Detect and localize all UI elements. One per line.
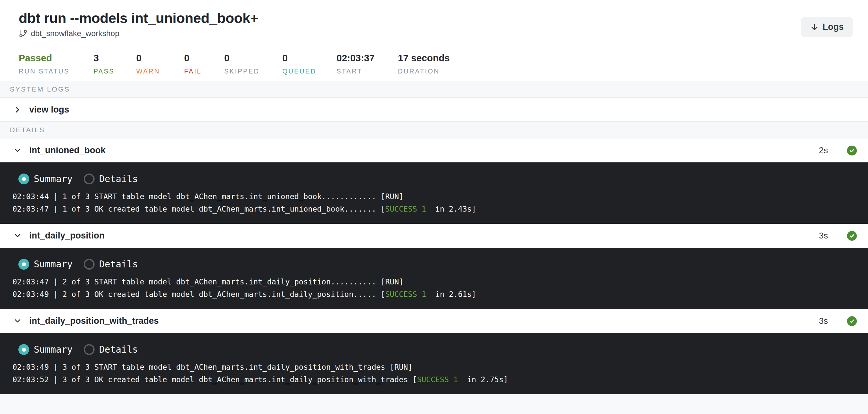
stat-column: 0 QUEUED [282, 53, 337, 75]
git-branch-icon [19, 29, 28, 38]
log-view-toggle: Summary Details [19, 259, 858, 270]
model-row[interactable]: int_unioned_book 2s [0, 138, 868, 162]
model-block: int_unioned_book 2s Summary Details 02:0… [0, 138, 868, 224]
log-line: 02:03:47 | 1 of 3 OK created table model… [12, 203, 858, 215]
chevron-down-icon[interactable] [13, 231, 22, 240]
details-radio[interactable] [84, 259, 95, 270]
model-name: int_unioned_book [29, 145, 106, 156]
chevron-right-icon [13, 105, 22, 114]
stat-value: 02:03:37 [337, 53, 398, 64]
run-page: dbt run --models int_unioned_book+ dbt_s… [0, 0, 868, 414]
log-line: 02:03:47 | 2 of 3 START table model dbt_… [12, 276, 858, 288]
log-line: 02:03:52 | 3 of 3 OK created table model… [12, 373, 858, 386]
model-duration: 3s [819, 316, 828, 326]
tab-details-label[interactable]: Details [99, 259, 138, 270]
model-block: int_daily_position 3s Summary Details 02… [0, 224, 868, 309]
success-check-icon [847, 146, 857, 156]
stat-column: 0 WARN [136, 53, 184, 75]
stat-column: 17 seconds DURATION [398, 53, 450, 75]
logs-button-label: Logs [823, 22, 844, 32]
section-header-label: SYSTEM LOGS [10, 85, 70, 93]
log-view-toggle: Summary Details [19, 174, 858, 184]
stat-label: QUEUED [282, 68, 337, 75]
tab-details-label[interactable]: Details [99, 174, 138, 184]
stat-value: 0 [184, 53, 224, 64]
details-radio[interactable] [84, 344, 95, 355]
log-line: 02:03:49 | 3 of 3 START table model dbt_… [12, 361, 858, 373]
stat-column: 3 PASS [94, 53, 136, 75]
section-header-details: DETAILS [0, 122, 868, 138]
model-log-panel: Summary Details 02:03:44 | 1 of 3 START … [0, 162, 868, 224]
stat-label: START [337, 68, 398, 75]
tab-summary-label[interactable]: Summary [34, 174, 72, 184]
download-arrow-icon [810, 23, 819, 32]
log-lines: 02:03:47 | 2 of 3 START table model dbt_… [12, 276, 858, 301]
project-subtitle: dbt_snowflake_workshop [19, 29, 258, 38]
model-row[interactable]: int_daily_position 3s [0, 224, 868, 248]
run-header: dbt run --models int_unioned_book+ dbt_s… [0, 0, 868, 38]
view-logs-row[interactable]: view logs [0, 98, 868, 122]
section-header-label: DETAILS [10, 126, 45, 134]
stat-value: 17 seconds [398, 53, 450, 64]
tab-details-label[interactable]: Details [99, 344, 138, 355]
log-lines: 02:03:49 | 3 of 3 START table model dbt_… [12, 361, 858, 386]
success-check-icon [847, 231, 857, 241]
model-name: int_daily_position_with_trades [29, 316, 159, 326]
stat-value: 0 [224, 53, 282, 64]
details-radio[interactable] [84, 174, 95, 184]
log-view-toggle: Summary Details [19, 344, 858, 355]
stat-value: 0 [282, 53, 337, 64]
summary-radio[interactable] [19, 259, 29, 270]
stat-value: Passed [19, 53, 94, 64]
stat-column: 0 FAIL [184, 53, 224, 75]
stat-label: RUN STATUS [19, 68, 94, 75]
chevron-down-icon[interactable] [13, 146, 22, 155]
log-line: 02:03:49 | 2 of 3 OK created table model… [12, 288, 858, 301]
stat-value: 0 [136, 53, 184, 64]
model-block: int_daily_position_with_trades 3s Summar… [0, 309, 868, 394]
stat-column: 02:03:37 START [337, 53, 398, 75]
model-name: int_daily_position [29, 231, 105, 241]
page-title: dbt run --models int_unioned_book+ [19, 10, 258, 26]
stat-label: SKIPPED [224, 68, 282, 75]
logs-button[interactable]: Logs [801, 17, 853, 37]
project-name: dbt_snowflake_workshop [31, 29, 120, 38]
stat-label: DURATION [398, 68, 450, 75]
model-duration: 3s [819, 231, 828, 241]
model-log-panel: Summary Details 02:03:49 | 3 of 3 START … [0, 333, 868, 394]
chevron-down-icon[interactable] [13, 317, 22, 325]
footer-strip [0, 394, 868, 414]
tab-summary-label[interactable]: Summary [34, 259, 72, 270]
summary-radio[interactable] [19, 174, 29, 184]
view-logs-label: view logs [29, 105, 69, 115]
stat-value: 3 [94, 53, 136, 64]
stat-column: Passed RUN STATUS [19, 53, 94, 75]
log-line: 02:03:44 | 1 of 3 START table model dbt_… [12, 190, 858, 203]
model-list: int_unioned_book 2s Summary Details 02:0… [0, 138, 868, 394]
model-log-panel: Summary Details 02:03:47 | 2 of 3 START … [0, 248, 868, 309]
stat-label: PASS [94, 68, 136, 75]
log-lines: 02:03:44 | 1 of 3 START table model dbt_… [12, 190, 858, 215]
stat-label: WARN [136, 68, 184, 75]
stat-column: 0 SKIPPED [224, 53, 282, 75]
section-header-system-logs: SYSTEM LOGS [0, 81, 868, 98]
run-header-left: dbt run --models int_unioned_book+ dbt_s… [19, 10, 258, 38]
summary-radio[interactable] [19, 344, 29, 355]
model-duration: 2s [819, 145, 828, 156]
tab-summary-label[interactable]: Summary [34, 344, 72, 355]
stats-row: Passed RUN STATUS 3 PASS 0 WARN 0 FAIL 0… [0, 38, 868, 81]
success-check-icon [847, 316, 857, 326]
stat-label: FAIL [184, 68, 224, 75]
model-row[interactable]: int_daily_position_with_trades 3s [0, 309, 868, 333]
